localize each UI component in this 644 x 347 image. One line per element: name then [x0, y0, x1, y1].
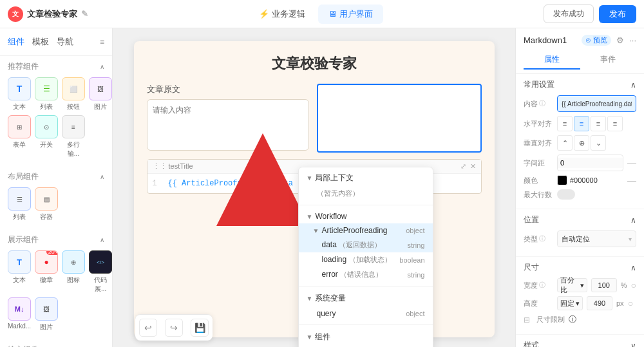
comp-toggle-label: 开关 [40, 140, 53, 149]
sidebar-collapse-btn[interactable]: ≡ [100, 37, 104, 46]
edit-icon[interactable]: ✎ [81, 9, 88, 19]
color-value: #000000 [570, 176, 623, 184]
comp-multiline[interactable]: ≡ 多行输... [62, 115, 85, 158]
redo-btn[interactable]: ↪ [165, 319, 183, 337]
position-type-select[interactable]: 自动定位 ▾ [557, 230, 636, 247]
btn-publish[interactable]: 发布 [599, 5, 636, 23]
align-center-btn[interactable]: ≡ [574, 116, 589, 131]
comp-form[interactable]: ⊞ 表单 [8, 115, 31, 158]
expand-btn[interactable]: ⤢ [460, 162, 466, 171]
comp-badge[interactable]: ● 20+ 徽章 [35, 250, 58, 294]
width-size-row: 百分比 ▾ % ○ [557, 278, 636, 292]
right-panel: Markdown1 ⊙ 预览 ⚙ ··· 属性 事件 常用设置 ∧ 内容 [515, 28, 644, 347]
align-justify-btn[interactable]: ≡ [607, 116, 623, 131]
sidebar-tab-templates[interactable]: 模板 [32, 35, 49, 49]
height-reset[interactable]: ○ [628, 298, 633, 308]
btn-publish-preview[interactable]: 发布成功 [544, 5, 594, 23]
tab-business[interactable]: ⚡ 业务逻辑 [249, 5, 316, 24]
comp-list[interactable]: 列表 [35, 77, 58, 111]
undo-btn[interactable]: ↩ [139, 319, 157, 337]
color-input-group[interactable]: #000000 [557, 175, 623, 185]
tree-ap-loading[interactable]: loading （加载状态） boolean [299, 252, 433, 267]
color-reset[interactable]: — [627, 175, 636, 185]
sidebar-tab-components[interactable]: 组件 [8, 35, 24, 49]
height-value-input[interactable] [587, 296, 612, 310]
constraint-icon: ⊟ [524, 315, 530, 324]
comp-iconc[interactable]: ⊕ 图标 [62, 250, 85, 294]
comp-button[interactable]: ⬜ 按钮 [62, 77, 85, 111]
section-layout: 布局组件 ∧ ☰ 列表 ▤ 容器 [0, 166, 112, 229]
tab-ui[interactable]: 🖥 用户界面 [318, 5, 383, 24]
common-settings-header[interactable]: 常用设置 ∧ [524, 79, 636, 90]
section-layout-arrow: ∧ [100, 173, 104, 180]
section-input-header[interactable]: 输入组件 ∧ [8, 344, 104, 347]
width-reset[interactable]: ○ [631, 280, 636, 290]
style-header[interactable]: 样式 ∨ [524, 340, 636, 347]
tree-ap-error[interactable]: error （错误信息） string [299, 267, 433, 282]
section-display-header[interactable]: 展示组件 ∧ [8, 234, 104, 245]
width-unit-select[interactable]: 百分比 ▾ [557, 278, 587, 292]
field-height: 高度 固定 ▾ px ○ [524, 296, 636, 310]
tab-events[interactable]: 事件 [580, 51, 637, 70]
gear-icon[interactable]: ⚙ [616, 35, 624, 45]
markdown-component[interactable] [317, 84, 482, 153]
size-header[interactable]: 尺寸 ∧ [524, 262, 636, 273]
comp-text2-label: 文本 [13, 276, 26, 285]
width-info-icon: ⓘ [539, 281, 545, 290]
common-settings-arrow: ∧ [630, 80, 636, 89]
tree-ap-data[interactable]: data （返回数据） string [299, 238, 433, 252]
save-btn[interactable]: 💾 [191, 319, 209, 337]
width-value-input[interactable] [591, 278, 617, 292]
letter-spacing-field[interactable] [558, 158, 623, 168]
sidebar-tab-nav[interactable]: 导航 [57, 35, 73, 49]
comp-markdown[interactable]: M↓ Markd... [8, 297, 31, 332]
comp-text[interactable]: 文本 [8, 77, 31, 111]
canvas-area[interactable]: 文章校验专家 文章原文 ⋮⋮ testTitle ⤢ ✕ [113, 28, 515, 347]
comp-toggle[interactable]: ⊙ 开关 [35, 115, 58, 158]
section-position: 位置 ∧ 类型 ⓘ 自动定位 ▾ [516, 209, 644, 257]
comp-image-icon: 🖼 [89, 77, 112, 100]
tree-loading-label: loading （加载状态） [322, 255, 396, 265]
comp-table[interactable]: ☰ 列表 [8, 187, 31, 221]
section-common-settings: 常用设置 ∧ 内容 ⓘ 水平对齐 ≡ ≡ ≡ ≡ [516, 74, 644, 209]
section-layout-header[interactable]: 布局组件 ∧ [8, 171, 104, 182]
content-input[interactable] [557, 95, 636, 112]
tree-articleproofreading[interactable]: ▼ ArticleProofreading object [299, 223, 433, 238]
style-label: 样式 [524, 340, 539, 347]
preview-tag[interactable]: ⊙ 预览 [582, 35, 611, 46]
article-textarea[interactable] [147, 99, 309, 151]
field-max-rows: 最大行数 [524, 189, 636, 200]
height-px-label: px [616, 299, 624, 307]
align-right-btn[interactable]: ≡ [591, 116, 606, 131]
comp-text2[interactable]: T 文本 [8, 250, 31, 294]
valign-top-btn[interactable]: ⌃ [557, 135, 573, 151]
valign-bot-btn[interactable]: ⌄ [591, 135, 606, 151]
ui-tab-icon: 🖥 [328, 9, 337, 19]
height-unit-select[interactable]: 固定 ▾ [557, 296, 583, 310]
valign-mid-btn[interactable]: ⊕ [574, 135, 589, 151]
align-left-btn[interactable]: ≡ [557, 116, 573, 131]
close-btn[interactable]: ✕ [470, 162, 476, 171]
more-icon[interactable]: ··· [629, 35, 636, 45]
field-letter-spacing: 字间距 PX — [524, 155, 636, 171]
comp-iconc-label: 图标 [67, 276, 80, 285]
letter-spacing-input: PX [557, 155, 623, 171]
color-swatch[interactable] [557, 175, 567, 185]
comp-image[interactable]: 🖼 图片 [89, 77, 112, 111]
tab-attrs[interactable]: 属性 [524, 51, 580, 70]
comp-image2[interactable]: 🖼 图片 [35, 297, 58, 332]
code-content[interactable]: {{ ArticleProofreading.data }} [168, 179, 307, 188]
tree-data-label: data （返回数据） [322, 240, 404, 250]
tree-query[interactable]: query object [299, 306, 433, 321]
field-width: 宽度 ⓘ 百分比 ▾ % ○ [524, 278, 636, 292]
tree-section-workflow: ▼ Workflow ▼ ArticleProofreading object … [299, 207, 433, 285]
width-pct-label: % [621, 281, 627, 289]
max-rows-toggle[interactable] [557, 189, 575, 200]
comp-code[interactable]: </> 代码展... [89, 250, 112, 294]
position-header[interactable]: 位置 ∧ [524, 214, 636, 225]
letter-spacing-reset[interactable]: — [627, 158, 636, 168]
position-arrow: ∧ [630, 216, 636, 225]
section-recommended-header[interactable]: 推荐组件 ∧ [8, 61, 104, 72]
comp-container[interactable]: ▤ 容器 [35, 187, 58, 221]
app-logo-icon: 文 [8, 6, 23, 22]
